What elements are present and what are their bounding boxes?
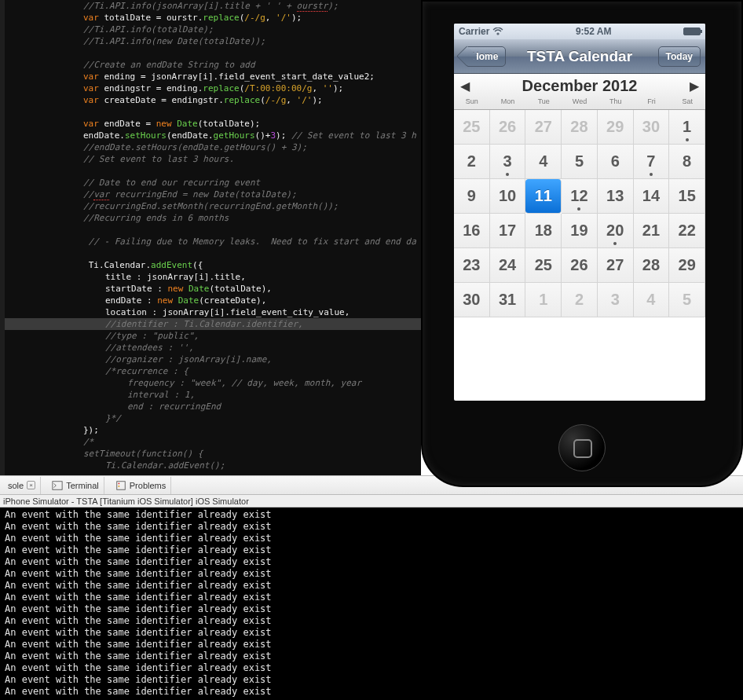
calendar-cell[interactable]: 23	[454, 248, 490, 283]
code-line[interactable]: var endingstr = ending.replace(/T:00:00:…	[5, 82, 421, 94]
tab-console[interactable]: sole ×	[3, 477, 41, 494]
code-line[interactable]: frequency : "week", // day, week, month,…	[5, 377, 421, 389]
calendar-cell[interactable]: 28	[562, 110, 598, 145]
calendar-day-header: Mon	[490, 97, 526, 110]
calendar-cell[interactable]: 26	[562, 248, 598, 283]
code-line[interactable]: interval : 1,	[5, 389, 421, 401]
code-line[interactable]: //identifier : Ti.Calendar.identifier,	[5, 318, 421, 330]
code-line[interactable]: location : jsonArray[i].field_event_city…	[5, 306, 421, 318]
calendar-cell[interactable]: 15	[669, 179, 705, 214]
calendar-cell[interactable]: 5	[562, 145, 598, 179]
calendar-cell[interactable]: 20	[598, 214, 634, 248]
calendar-grid: 2526272829301234567891011121314151617181…	[454, 110, 705, 317]
code-line[interactable]: // - Failing due to Memory leaks. Need t…	[5, 236, 421, 247]
calendar-cell[interactable]: 27	[525, 110, 562, 145]
code-line[interactable]: var endDate = new Date(totalDate);	[5, 118, 421, 130]
code-line[interactable]: // Set event to last 3 hours.	[5, 153, 421, 165]
next-month-icon[interactable]: ▶	[690, 79, 699, 93]
calendar-cell[interactable]: 29	[669, 248, 705, 283]
code-line[interactable]: endDate : new Date(createDate),	[5, 295, 421, 306]
calendar-cell[interactable]: 30	[454, 283, 490, 317]
calendar-cell[interactable]: 5	[669, 283, 705, 317]
calendar-cell[interactable]: 4	[634, 283, 670, 317]
calendar-cell[interactable]: 30	[634, 110, 670, 145]
calendar-cell[interactable]: 2	[562, 283, 598, 317]
code-line[interactable]: setTimeout(function() {	[5, 448, 421, 460]
calendar-cell[interactable]: 18	[525, 214, 562, 248]
calendar-cell[interactable]: 8	[669, 145, 705, 179]
calendar-cell[interactable]: 3	[598, 283, 634, 317]
code-line[interactable]: //Ti.API.info(new Date(totalDate));	[5, 35, 421, 47]
calendar-cell[interactable]: 16	[454, 214, 490, 248]
close-icon[interactable]: ×	[27, 481, 35, 489]
calendar-cell[interactable]: 28	[634, 248, 670, 283]
calendar-cell[interactable]: 13	[598, 179, 634, 214]
code-line[interactable]: Ti.Calendar.addEvent();	[5, 460, 421, 471]
calendar-cell[interactable]: 27	[598, 248, 634, 283]
code-line[interactable]: //Ti.API.info(jsonArray[i].title + ' ' +…	[5, 0, 421, 12]
code-line[interactable]: // Date to end our recurring event	[5, 177, 421, 189]
code-line[interactable]: var createDate = endingstr.replace(/-/g,…	[5, 94, 421, 106]
svg-rect-1	[117, 481, 126, 489]
calendar-cell[interactable]: 21	[634, 214, 670, 248]
code-line[interactable]: /*	[5, 436, 421, 448]
today-button[interactable]: Today	[658, 46, 701, 67]
calendar-cell[interactable]: 4	[525, 145, 562, 179]
calendar-cell[interactable]: 9	[454, 179, 490, 214]
code-line[interactable]: //attendees : '',	[5, 342, 421, 354]
calendar-cell[interactable]: 25	[454, 110, 490, 145]
calendar-cell[interactable]: 14	[634, 179, 670, 214]
calendar-cell[interactable]: 11	[525, 179, 562, 214]
calendar-cell[interactable]: 6	[598, 145, 634, 179]
code-line[interactable]: //var recurringEnd = new Date(totalDate)…	[5, 189, 421, 200]
code-line[interactable]: //organizer : jsonArray[i].name,	[5, 354, 421, 365]
code-line[interactable]	[5, 224, 421, 236]
console-output[interactable]: An event with the same identifier alread…	[0, 508, 743, 700]
code-line[interactable]: //recurringEnd.setMonth(recurringEnd.get…	[5, 200, 421, 212]
code-line[interactable]: endDate.setHours(endDate.getHours()+3); …	[5, 130, 421, 141]
code-line[interactable]: var totalDate = ourstr.replace(/-/g, '/'…	[5, 12, 421, 24]
code-line[interactable]: /*recurrence : {	[5, 365, 421, 377]
editor-code-block[interactable]: //Ti.API.info(jsonArray[i].title + ' ' +…	[5, 0, 421, 471]
code-line[interactable]: end : recurringEnd	[5, 401, 421, 412]
code-line[interactable]: }*/	[5, 412, 421, 424]
code-line[interactable]: //type : "public",	[5, 330, 421, 342]
calendar-cell[interactable]: 31	[490, 283, 526, 317]
code-line[interactable]: title : jsonArray[i].title,	[5, 271, 421, 283]
code-editor[interactable]: //Ti.API.info(jsonArray[i].title + ' ' +…	[0, 0, 421, 475]
calendar-cell[interactable]: 1	[669, 110, 705, 145]
code-line[interactable]: startDate : new Date(totalDate),	[5, 283, 421, 295]
code-line[interactable]	[5, 47, 421, 59]
calendar-cell[interactable]: 22	[669, 214, 705, 248]
calendar-cell[interactable]: 29	[598, 110, 634, 145]
calendar-day-header: Sat	[669, 97, 705, 110]
calendar-cell[interactable]: 17	[490, 214, 526, 248]
tab-terminal[interactable]: Terminal	[47, 477, 104, 494]
console-subtitle: iPhone Simulator - TSTA [Titanium iOS Si…	[0, 495, 743, 508]
calendar-cell[interactable]: 12	[562, 179, 598, 214]
calendar-cell[interactable]: 19	[562, 214, 598, 248]
code-line[interactable]: //endDate.setHours(endDate.getHours() + …	[5, 141, 421, 153]
calendar-cell[interactable]: 1	[525, 283, 562, 317]
code-line[interactable]: //Create an endDate String to add	[5, 59, 421, 71]
code-line[interactable]: });	[5, 424, 421, 436]
code-line[interactable]: Ti.Calendar.addEvent({	[5, 259, 421, 271]
calendar-cell[interactable]: 10	[490, 179, 526, 214]
event-dot-icon	[650, 173, 653, 176]
code-line[interactable]: //Ti.API.info(totalDate);	[5, 24, 421, 35]
back-button[interactable]: Home	[467, 46, 506, 67]
tab-problems[interactable]: Problems	[111, 477, 171, 494]
calendar-cell[interactable]: 2	[454, 145, 490, 179]
home-button[interactable]	[558, 424, 606, 471]
code-line[interactable]	[5, 165, 421, 177]
code-line[interactable]	[5, 106, 421, 118]
calendar-cell[interactable]: 3	[490, 145, 526, 179]
calendar-cell[interactable]: 24	[490, 248, 526, 283]
code-line[interactable]	[5, 247, 421, 259]
prev-month-icon[interactable]: ◀	[460, 79, 470, 93]
code-line[interactable]: //Recurring ends in 6 months	[5, 212, 421, 224]
calendar-cell[interactable]: 26	[490, 110, 526, 145]
calendar-cell[interactable]: 25	[525, 248, 562, 283]
code-line[interactable]: var ending = jsonArray[i].field_event_st…	[5, 71, 421, 82]
calendar-cell[interactable]: 7	[634, 145, 670, 179]
